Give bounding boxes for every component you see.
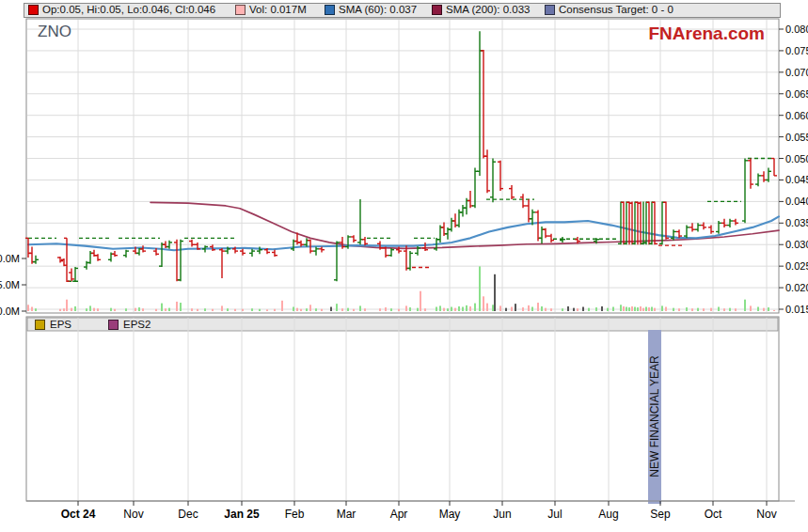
volume-bar (420, 291, 421, 311)
legend-item-sma200: SMA (200): 0.033 (432, 4, 531, 15)
legend-item-eps2: EPS2 (108, 319, 151, 330)
volume-bar (165, 308, 166, 311)
price-tick-label: 0.040 (785, 196, 808, 207)
price-tick-label: 0.050 (785, 153, 808, 164)
eps-swatch-icon (35, 320, 45, 330)
volume-bar (515, 304, 516, 311)
volume-bar (628, 307, 630, 311)
volume-bar (155, 309, 157, 311)
legend-item-volume: Vol: 0.017M (235, 4, 307, 15)
volume-bar (710, 308, 712, 311)
volume-bar (409, 307, 411, 311)
volume-bar (347, 308, 349, 311)
fnarena-site-link[interactable]: FNArena.com (648, 23, 765, 44)
volume-bar (204, 308, 206, 311)
month-label: Jun (493, 508, 511, 521)
volume-bar (71, 308, 72, 311)
volume-bar (607, 308, 609, 311)
eps2-swatch-icon (108, 320, 119, 330)
legend-label: EPS2 (123, 319, 151, 330)
volume-bar (191, 308, 193, 311)
volume-bar (773, 310, 775, 311)
price-tick-label: 0.030 (785, 239, 808, 250)
volume-bar (462, 307, 464, 311)
volume-bar (595, 307, 597, 311)
legend-label: SMA (200): 0.033 (446, 4, 531, 15)
month-label: Oct (705, 508, 722, 521)
legend-label: EPS (50, 319, 71, 330)
legend-item-eps: EPS (35, 319, 71, 330)
volume-bar (697, 308, 699, 311)
volume-bar (474, 304, 476, 311)
volume-bar (359, 305, 361, 311)
volume-bar (66, 300, 68, 311)
volume-bar (364, 308, 366, 311)
price-tick-label: 0.075 (785, 45, 808, 56)
legend-label: Vol: 0.017M (249, 4, 307, 15)
month-label: Mar (337, 508, 356, 521)
volume-bar (661, 305, 663, 311)
fnarena-stock-chart-page: Op:0.05, Hi:0.05, Lo:0.046, Cl:0.046Vol:… (0, 0, 808, 532)
ticker-symbol: ZNO (38, 23, 71, 41)
volume-bar (577, 308, 578, 311)
volume-bar (315, 308, 317, 311)
volume-bar (27, 305, 29, 311)
volume-bar (691, 308, 693, 311)
volume-bar (161, 304, 163, 311)
month-label: Nov (756, 508, 776, 521)
volume-bar (266, 309, 268, 311)
legend-label: SMA (60): 0.037 (339, 4, 417, 15)
volume-bar (522, 307, 524, 311)
volume-bar (296, 308, 298, 311)
volume-bar (436, 307, 437, 311)
volume-bar (645, 307, 647, 311)
volume-bar (110, 308, 112, 311)
volume-bar (763, 308, 765, 311)
volume-bar (528, 305, 530, 311)
price-tick-label: 0.045 (785, 174, 808, 185)
volume-bar (259, 309, 261, 311)
month-label: Aug (598, 508, 618, 521)
month-label: Nov (123, 508, 143, 521)
volume-bar (744, 300, 746, 311)
volume-bar (582, 307, 584, 311)
volume-bar (620, 305, 622, 311)
volume-bar (634, 307, 636, 311)
volume-bar (293, 307, 294, 311)
price-tick-label: 0.070 (785, 67, 808, 78)
eps-panel (26, 317, 779, 501)
volume-bar (135, 308, 136, 311)
volume-bar (601, 306, 603, 311)
volume-bar (469, 306, 471, 311)
volume-bar (424, 308, 426, 311)
volume-bar (612, 307, 614, 311)
sma200-swatch-icon (432, 5, 442, 15)
volume-bar (321, 309, 323, 311)
volume-bar (330, 307, 332, 311)
volume-bar (642, 308, 644, 311)
volume-bar (274, 309, 276, 311)
volume-bar (505, 308, 507, 311)
volume-bar (486, 304, 488, 311)
volume-bar (723, 308, 725, 311)
volume-tick-label: 0.0M (0, 305, 20, 317)
price-tick-label: 0.055 (785, 132, 808, 143)
volume-bar (74, 306, 76, 311)
volume-bar (93, 308, 95, 311)
legend-label: Op:0.05, Hi:0.05, Lo:0.046, Cl:0.046 (42, 4, 215, 15)
month-label: Oct 24 (61, 508, 96, 521)
volume-bar (673, 308, 674, 311)
volume-bar (678, 308, 680, 311)
volume-bar (242, 309, 244, 311)
volume-bar (63, 308, 65, 311)
volume-bar (729, 308, 731, 311)
volume-bar (197, 309, 198, 311)
volume-bar (492, 305, 494, 311)
month-label: Jul (547, 508, 562, 521)
volume-bar (443, 308, 445, 311)
volume-bar (631, 306, 633, 311)
volume-bar (626, 307, 627, 311)
month-label: Feb (285, 508, 305, 521)
volume-bar (227, 308, 229, 311)
volume-bar (142, 308, 144, 311)
